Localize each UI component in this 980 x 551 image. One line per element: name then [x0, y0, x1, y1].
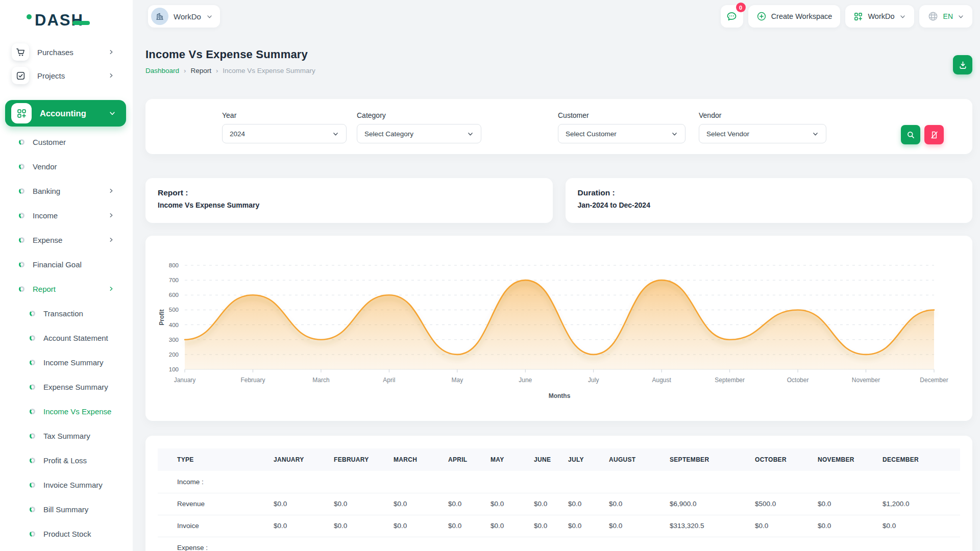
create-workspace-button[interactable]: Create Workspace: [748, 5, 841, 28]
x-tick-label: June: [519, 377, 532, 384]
sidebar-subitem-label: Bill Summary: [43, 505, 114, 514]
customer-select[interactable]: Select Customer: [558, 124, 685, 143]
bullet-icon: [19, 164, 24, 169]
table-cell: $1,200.0: [881, 493, 960, 515]
messages-button[interactable]: 0: [721, 5, 743, 28]
sidebar-item-income-vs-expense[interactable]: Income Vs Expense: [0, 399, 133, 423]
report-value: Income Vs Expense Summary: [158, 201, 541, 209]
reset-filter-button[interactable]: [924, 125, 944, 144]
year-select[interactable]: 2024: [222, 124, 347, 143]
breadcrumb-current: Income Vs Expense Summary: [223, 67, 315, 74]
download-button[interactable]: [953, 55, 972, 74]
chat-bubble-icon: [726, 11, 738, 22]
x-tick-label: August: [652, 377, 672, 384]
income-expense-table: TYPEJANUARYFEBRUARYMARCHAPRILMAYJUNEJULY…: [158, 448, 960, 551]
table-header-december: DECEMBER: [881, 448, 960, 471]
sidebar-item-invoice-summary[interactable]: Invoice Summary: [0, 472, 133, 497]
apply-filter-button[interactable]: [901, 125, 920, 144]
sidebar-item-label: Projects: [37, 71, 108, 80]
breadcrumb-separator: ›: [216, 67, 218, 74]
category-label: Category: [357, 111, 481, 119]
sidebar-item-vendor[interactable]: Vendor: [0, 154, 133, 179]
table-cell: $0.0: [273, 493, 333, 515]
sidebar-item-transaction[interactable]: Transaction: [0, 301, 133, 325]
sidebar-item-income[interactable]: Income: [0, 203, 133, 228]
bullet-icon: [19, 139, 24, 145]
sidebar-item-profit-loss[interactable]: Profit & Loss: [0, 448, 133, 472]
sidebar-item-bill-summary[interactable]: Bill Summary: [0, 497, 133, 521]
x-tick-label: April: [383, 377, 395, 384]
chevron-down-icon: [958, 13, 964, 20]
table-row-label: Revenue: [158, 493, 273, 515]
y-tick-label: 800: [169, 262, 179, 268]
y-tick-label: 100: [169, 366, 179, 372]
table-header-september: SEPTEMBER: [669, 448, 754, 471]
sidebar-item-label: Purchases: [37, 48, 108, 57]
sidebar-item-expense-summary[interactable]: Expense Summary: [0, 374, 133, 399]
chevron-right-icon: [108, 188, 114, 194]
table-section-label: Expense :: [158, 537, 960, 551]
table-cell: $0.0: [754, 515, 817, 537]
sidebar-item-tax-summary[interactable]: Tax Summary: [0, 423, 133, 448]
logo-accent-dot: [27, 14, 32, 19]
sidebar-item-purchases[interactable]: Purchases: [0, 41, 133, 63]
language-selector[interactable]: EN: [919, 5, 972, 28]
table-cell: $0.0: [393, 493, 447, 515]
sidebar-subitem-label: Expense: [33, 236, 108, 244]
table-header-january: JANUARY: [273, 448, 333, 471]
table-header-april: APRIL: [447, 448, 489, 471]
sidebar-item-banking[interactable]: Banking: [0, 179, 133, 203]
sidebar-subitem-label: Banking: [33, 187, 108, 195]
sidebar-item-cash-flow[interactable]: Cash Flow: [0, 546, 133, 551]
table-data-row: Invoice$0.0$0.0$0.0$0.0$0.0$0.0$0.0$0.0$…: [158, 515, 960, 537]
app-logo[interactable]: DASH: [0, 0, 133, 30]
y-axis-title: Profit: [158, 309, 165, 325]
table-cell: $0.0: [533, 515, 567, 537]
download-icon: [958, 60, 968, 70]
sidebar-item-report[interactable]: Report: [0, 277, 133, 301]
breadcrumb-report[interactable]: Report: [190, 67, 211, 74]
page-title: Income Vs Expense Summary: [145, 48, 315, 61]
sidebar-subitem-label: Vendor: [33, 162, 114, 171]
sidebar-item-accounting[interactable]: Accounting: [5, 100, 126, 127]
breadcrumb-dashboard[interactable]: Dashboard: [145, 67, 179, 74]
year-select-value: 2024: [230, 130, 245, 138]
sidebar-subitem-label: Invoice Summary: [43, 481, 114, 489]
bullet-icon: [30, 433, 35, 439]
table-cell: $0.0: [333, 493, 393, 515]
workdo-menu-button[interactable]: WorkDo: [845, 5, 914, 28]
chevron-down-icon: [206, 13, 213, 20]
sidebar-item-projects[interactable]: Projects: [0, 64, 133, 87]
report-card: Report : Income Vs Expense Summary: [145, 178, 553, 223]
building-icon: [151, 8, 168, 25]
create-workspace-label: Create Workspace: [771, 12, 832, 20]
sidebar-item-income-summary[interactable]: Income Summary: [0, 350, 133, 374]
sidebar-item-expense[interactable]: Expense: [0, 228, 133, 252]
logo-accent-bar: [72, 21, 90, 25]
page-header: Income Vs Expense Summary Dashboard › Re…: [145, 48, 972, 74]
sidebar-item-customer[interactable]: Customer: [0, 130, 133, 154]
bullet-icon: [30, 311, 35, 316]
duration-label: Duration :: [578, 188, 961, 197]
sidebar-subitem-label: Income Vs Expense: [43, 407, 114, 416]
x-tick-label: February: [240, 377, 265, 384]
x-tick-label: July: [588, 377, 599, 384]
vendor-select[interactable]: Select Vendor: [699, 124, 826, 143]
x-axis-title: Months: [549, 392, 571, 399]
chevron-right-icon: [108, 49, 114, 55]
chevron-down-icon: [812, 131, 819, 137]
sidebar-item-financial-goal[interactable]: Financial Goal: [0, 252, 133, 277]
table-header-august: AUGUST: [608, 448, 669, 471]
sidebar-item-label: Accounting: [40, 109, 109, 118]
sidebar-item-product-stock[interactable]: Product Stock: [0, 521, 133, 546]
workspace-selector[interactable]: WorkDo: [148, 5, 220, 28]
sidebar-item-account-statement[interactable]: Account Statement: [0, 325, 133, 350]
category-select[interactable]: Select Category: [357, 124, 481, 143]
grid-plus-icon: [853, 12, 863, 21]
table-cell: $0.0: [489, 515, 533, 537]
table-row-label: Invoice: [158, 515, 273, 537]
vendor-field: Vendor Select Vendor: [699, 111, 826, 143]
search-icon: [906, 131, 915, 139]
bullet-icon: [19, 213, 24, 218]
summary-table-card: TYPEJANUARYFEBRUARYMARCHAPRILMAYJUNEJULY…: [145, 436, 972, 551]
